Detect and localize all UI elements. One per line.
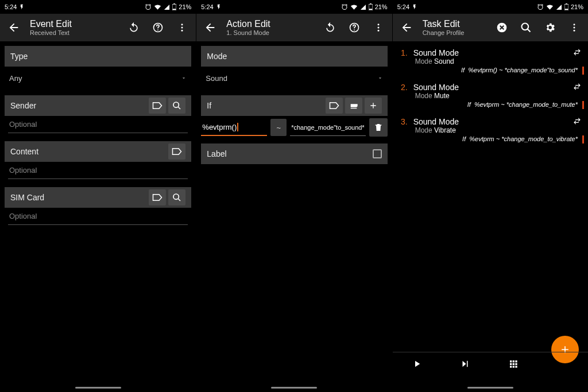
- wifi-icon: [350, 4, 358, 10]
- nav-pill[interactable]: [75, 387, 121, 389]
- sim-placeholder: Optional: [9, 212, 37, 220]
- task-name: Sound Mode: [413, 48, 567, 57]
- status-time: 5:24: [201, 3, 213, 10]
- swap-icon[interactable]: [573, 48, 582, 57]
- svg-rect-33: [513, 366, 514, 367]
- task-item[interactable]: 3. Sound Mode Mode Vibrate If %evtprm ~ …: [395, 114, 586, 148]
- search-icon[interactable]: [516, 17, 536, 38]
- battery-icon: [369, 3, 373, 10]
- bolt-icon: [19, 4, 25, 10]
- overflow-icon[interactable]: [564, 17, 585, 38]
- signal-icon: [556, 4, 562, 10]
- task-name: Sound Mode: [413, 83, 567, 92]
- task-number: 1.: [399, 48, 408, 57]
- status-bar: 5:24 21%: [0, 0, 196, 14]
- if-lhs-input[interactable]: %evtprm(): [201, 119, 267, 136]
- search-icon[interactable]: [168, 189, 185, 205]
- task-if-label: If: [462, 135, 466, 142]
- sender-input[interactable]: Optional: [8, 116, 188, 133]
- wifi-icon: [154, 4, 161, 10]
- undo-icon[interactable]: [320, 17, 341, 38]
- tag-icon[interactable]: [326, 98, 343, 114]
- task-mode-label: Mode: [415, 92, 432, 100]
- header-title: Event Edit: [30, 19, 120, 29]
- back-icon[interactable]: [3, 17, 24, 38]
- back-icon[interactable]: [396, 17, 417, 38]
- task-number: 3.: [399, 117, 408, 126]
- task-mode-value: Sound: [434, 57, 454, 65]
- screen-action-edit: 5:24 21% Action Edit 1. Sound Mode M: [196, 0, 392, 392]
- svg-rect-2: [173, 9, 176, 10]
- wifi-icon: [546, 4, 554, 10]
- tag-icon[interactable]: [168, 143, 185, 160]
- alarm-icon: [537, 3, 544, 10]
- svg-point-14: [354, 29, 355, 30]
- svg-rect-32: [510, 366, 512, 367]
- help-icon[interactable]: [148, 17, 168, 38]
- type-dropdown[interactable]: Any: [5, 68, 191, 88]
- help-icon[interactable]: [344, 17, 365, 38]
- back-icon[interactable]: [200, 17, 220, 38]
- svg-point-4: [157, 29, 158, 30]
- section-type: Type: [5, 46, 191, 67]
- if-rhs-value: *change_mode"to_sound*: [291, 124, 364, 131]
- header: Action Edit 1. Sound Mode: [196, 14, 392, 41]
- grid-icon[interactable]: [503, 354, 524, 374]
- task-mode-label: Mode: [415, 57, 432, 65]
- mode-dropdown[interactable]: Sound: [201, 68, 387, 88]
- svg-point-24: [573, 27, 575, 29]
- play-icon[interactable]: [407, 354, 427, 374]
- svg-rect-26: [510, 360, 512, 362]
- if-rhs-input[interactable]: *change_mode"to_sound*: [290, 119, 365, 136]
- sim-input[interactable]: Optional: [8, 208, 188, 225]
- svg-point-25: [573, 30, 575, 32]
- task-if-label: If: [467, 101, 471, 108]
- screen-task-edit: 5:24 21% Task Edit Change Profile: [392, 0, 588, 392]
- battery-icon: [172, 3, 176, 10]
- cancel-icon[interactable]: [492, 17, 512, 38]
- gear-icon[interactable]: [540, 17, 560, 38]
- label-checkbox[interactable]: [373, 149, 382, 158]
- mode-label: Mode: [207, 52, 227, 61]
- swap-icon[interactable]: [573, 117, 582, 126]
- status-battery: 21%: [571, 3, 583, 10]
- tag-icon[interactable]: [149, 98, 166, 114]
- coffee-icon[interactable]: [345, 98, 362, 114]
- status-time: 5:24: [5, 3, 17, 10]
- svg-rect-34: [515, 366, 517, 367]
- status-battery: 21%: [179, 3, 191, 10]
- header-subtitle: Received Text: [30, 29, 120, 36]
- svg-rect-29: [510, 363, 512, 364]
- if-operator[interactable]: ~: [270, 119, 287, 136]
- overflow-icon[interactable]: [172, 17, 192, 38]
- undo-icon[interactable]: [123, 17, 144, 38]
- svg-point-8: [173, 102, 179, 107]
- header: Event Edit Received Text: [0, 14, 196, 41]
- add-icon[interactable]: [365, 98, 382, 114]
- swap-icon[interactable]: [573, 83, 582, 92]
- if-label: If: [207, 101, 211, 110]
- mode-value: Sound: [206, 74, 227, 83]
- bottom-bar: [393, 352, 588, 375]
- section-content: Content: [5, 141, 191, 162]
- step-icon[interactable]: [455, 354, 475, 374]
- task-mode-value: Mute: [434, 92, 450, 100]
- section-label: Label: [201, 143, 387, 164]
- section-sender: Sender: [5, 95, 191, 116]
- status-bar: 5:24 21%: [196, 0, 392, 14]
- search-icon[interactable]: [168, 98, 185, 114]
- tag-icon[interactable]: [149, 189, 166, 205]
- nav-pill[interactable]: [467, 387, 513, 389]
- svg-point-23: [573, 24, 575, 25]
- task-item[interactable]: 2. Sound Mode Mode Mute If %evtprm ~ *ch…: [395, 79, 586, 114]
- overflow-icon[interactable]: [368, 17, 389, 38]
- chevron-down-icon: [377, 75, 383, 81]
- nav-pill[interactable]: [271, 387, 317, 389]
- delete-icon[interactable]: [369, 118, 388, 137]
- content-input[interactable]: Optional: [8, 162, 188, 179]
- label-label: Label: [207, 149, 226, 158]
- svg-point-7: [181, 30, 183, 32]
- task-item[interactable]: 1. Sound Mode Mode Sound If %evtprm() ~ …: [395, 45, 586, 79]
- type-label: Type: [10, 52, 28, 61]
- header-title: Action Edit: [226, 19, 316, 29]
